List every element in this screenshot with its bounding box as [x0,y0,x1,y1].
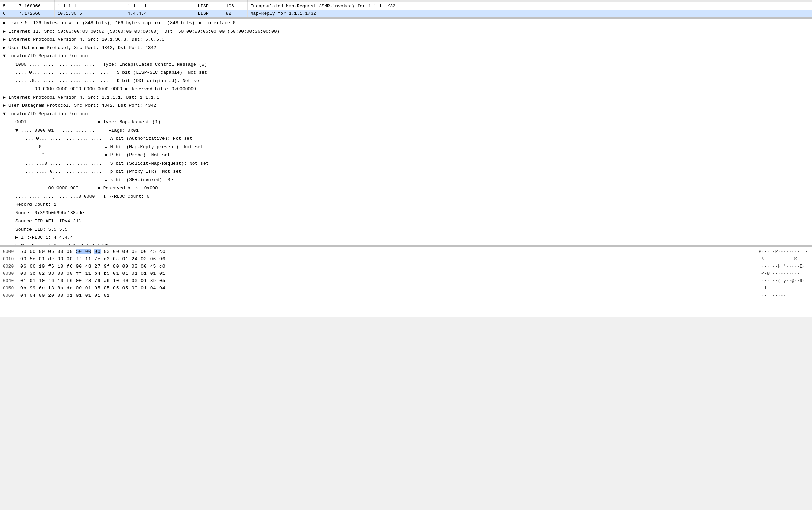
detail-text: Locator/ID Separation Protocol [8,53,91,60]
bytes-row: 001000 5c 01 de 00 00 ff 11 7e e3 0a 01 … [3,256,809,263]
detail-text: ▶ Map-Request Record 1: 1.1.1.1/32 [8,243,108,246]
detail-text: .... ...0 .... .... .... .... = S bit (S… [8,160,209,167]
main-panel: 57.1689661.1.1.11.1.1.1LISP106Encapsulat… [0,0,812,510]
bytes-hex[interactable]: 04 04 00 20 00 01 01 01 01 01 [20,292,753,300]
detail-text: 0001 .... .... .... .... .... = Type: Ma… [8,119,160,126]
packet-detail-panel: ▶Frame 5: 106 bytes on wire (848 bits), … [0,19,812,245]
bytes-offset: 0010 [3,256,20,263]
detail-text: 1000 .... .... .... .... .... = Type: En… [8,61,207,68]
detail-row: .... ..0. .... .... .... .... = P bit (P… [0,151,812,159]
detail-row[interactable]: ▶Frame 5: 106 bytes on wire (848 bits), … [0,19,812,27]
detail-row[interactable]: ▶ Map-Request Record 1: 1.1.1.1/32 [0,242,812,246]
detail-text: User Datagram Protocol, Src Port: 4342, … [8,102,156,109]
cell-4: LISP [195,2,223,10]
table-row[interactable]: 57.1689661.1.1.11.1.1.1LISP106Encapsulat… [0,2,812,10]
detail-text: Locator/ID Separation Protocol [8,111,91,118]
hex-plain: 50 00 00 06 00 00 [20,249,76,254]
bytes-ascii: ·······( y··@··9· [753,277,809,285]
cell-2: 1.1.1.1 [54,2,125,10]
hex-highlighted: 50 00 [76,249,91,254]
bytes-ascii: ··l············· [753,285,809,292]
detail-row: 0001 .... .... .... .... .... = Type: Ma… [0,118,812,126]
packet-rows: 57.1689661.1.1.11.1.1.1LISP106Encapsulat… [0,2,812,18]
resize-handle-2[interactable] [0,245,812,247]
bytes-hex[interactable]: 01 01 10 f6 10 f6 00 28 79 a6 10 40 00 0… [20,277,753,285]
cell-5: 82 [223,10,247,17]
detail-row: Source EID AFI: IPv4 (1) [0,217,812,225]
hex-space [91,249,94,254]
detail-row[interactable]: ▼ .... 0000 01.. .... .... .... = Flags:… [0,126,812,135]
expand-arrow-icon: ▶ [3,45,8,52]
bytes-offset: 0030 [3,270,20,277]
bytes-hex[interactable]: 00 5c 01 de 00 00 ff 11 7e e3 0a 01 24 0… [20,256,753,263]
detail-text: Nonce: 0x39050b996c138ade [8,210,84,217]
detail-text: ▶ ITR-RLOC 1: 4.4.4.4 [8,234,73,241]
detail-text: .... .0.. .... .... .... .... .... = D b… [8,78,202,85]
detail-row: .... .0.. .... .... .... .... = M bit (M… [0,143,812,151]
cell-2: 10.1.36.6 [54,10,125,17]
detail-text: Internet Protocol Version 4, Src: 10.1.3… [8,36,165,43]
bytes-hex[interactable]: 00 3c 02 38 00 00 ff 11 b4 b5 01 01 01 0… [20,270,753,277]
bytes-offset: 0020 [3,263,20,270]
detail-row[interactable]: ▶ ITR-RLOC 1: 4.4.4.4 [0,234,812,242]
detail-text: .... ..0. .... .... .... .... = P bit (P… [8,152,170,159]
detail-text: Internet Protocol Version 4, Src: 1.1.1.… [8,94,159,101]
detail-text: ▼ .... 0000 01.. .... .... .... = Flags:… [8,127,139,134]
detail-row[interactable]: ▶Internet Protocol Version 4, Src: 10.1.… [0,35,812,44]
detail-row[interactable]: ▶Ethernet II, Src: 50:00:00:03:00:00 (50… [0,27,812,36]
hex-highlighted-2: 00 [94,249,101,254]
detail-text: .... 0... .... .... .... .... .... = S b… [8,69,207,76]
bytes-hex[interactable]: 0b 99 6c 13 8a de 00 01 05 05 05 05 00 0… [20,285,753,292]
detail-text: .... .... .... .... ...0 0000 = ITR-RLOC… [8,193,149,200]
hex-plain-2: 03 00 00 08 00 45 c0 [101,249,166,254]
detail-row[interactable]: ▼Locator/ID Separation Protocol [0,52,812,60]
expand-arrow-icon: ▶ [3,102,8,109]
detail-row: .... 0... .... .... .... .... = A bit (A… [0,135,812,143]
expand-arrow-icon: ▼ [3,111,8,118]
expand-arrow-icon: ▶ [3,20,8,27]
expand-arrow-icon: ▶ [3,94,8,101]
detail-row: .... 0... .... .... .... .... .... = S b… [0,68,812,77]
detail-text: .... 0... .... .... .... .... = A bit (A… [8,135,192,142]
cell-4: LISP [195,10,223,17]
bytes-offset: 0060 [3,292,20,300]
detail-row[interactable]: ▶User Datagram Protocol, Src Port: 4342,… [0,102,812,110]
expand-arrow-icon: ▶ [3,36,8,43]
detail-text: .... .... .1.. .... .... .... = s bit (S… [8,177,176,184]
detail-text: Source EID AFI: IPv4 (1) [8,218,81,225]
detail-row[interactable]: ▼Locator/ID Separation Protocol [0,110,812,118]
bytes-row: 002006 06 10 f6 10 f6 00 48 27 9f 80 00 … [3,263,809,270]
detail-text: Record Count: 1 [8,201,56,208]
bytes-offset: 0040 [3,277,20,285]
cell-0: 5 [0,2,16,10]
detail-row[interactable]: ▶User Datagram Protocol, Src Port: 4342,… [0,44,812,52]
bytes-hex[interactable]: 06 06 10 f6 10 f6 00 48 27 9f 80 00 00 0… [20,263,753,270]
packet-table: 57.1689661.1.1.11.1.1.1LISP106Encapsulat… [0,0,812,17]
cell-6: Map-Reply for 1.1.1.1/32 [247,10,812,17]
detail-row: .... .0.. .... .... .... .... .... = D b… [0,77,812,85]
detail-row: .... ...0 .... .... .... .... = S bit (S… [0,159,812,168]
bytes-offset: 0050 [3,285,20,292]
bytes-ascii: ··· ······ [753,292,809,300]
detail-row: .... .... 0... .... .... .... = p bit (P… [0,168,812,176]
bytes-row: 006004 04 00 20 00 01 01 01 01 01··· ···… [3,292,809,300]
table-row[interactable]: 67.17266810.1.36.64.4.4.4LISP82Map-Reply… [0,10,812,17]
cell-6: Encapsulated Map-Request (SMR-invoked) f… [247,2,812,10]
bytes-row: 004001 01 10 f6 10 f6 00 28 79 a6 10 40 … [3,277,809,285]
cell-0: 6 [0,10,16,17]
bytes-ascii: ·······H '·····E· [753,263,809,270]
bytes-hex[interactable]: 50 00 00 06 00 00 50 00 00 03 00 00 08 0… [20,248,753,256]
bytes-row: 00500b 99 6c 13 8a de 00 01 05 05 05 05 … [3,285,809,292]
detail-row[interactable]: ▶Internet Protocol Version 4, Src: 1.1.1… [0,93,812,102]
detail-row: .... .... .... .... ...0 0000 = ITR-RLOC… [0,192,812,201]
detail-text: Ethernet II, Src: 50:00:00:03:00:00 (50:… [8,28,279,35]
flags-arrow-icon: ▼ [15,128,21,133]
detail-text: .... .... ..00 0000 000. .... = Reserved… [8,185,158,192]
detail-row: .... .... .1.. .... .... .... = s bit (S… [0,176,812,184]
cell-3: 4.4.4.4 [125,10,195,17]
detail-row: Record Count: 1 [0,201,812,209]
expand-arrow-icon: ▼ [3,53,8,60]
bytes-ascii: ·\·······~···$··· [753,256,809,263]
collapse-arrow-icon: ▶ [15,235,21,240]
cell-1: 7.168966 [16,2,54,10]
